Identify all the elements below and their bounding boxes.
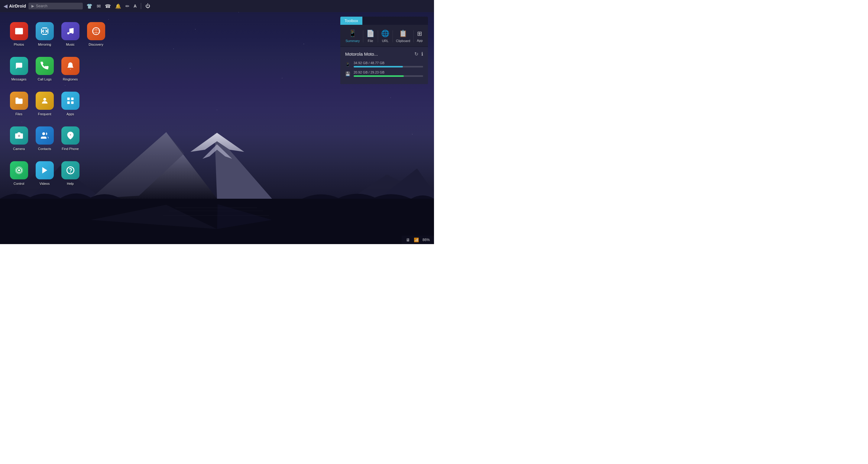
app-item-help[interactable]: Help xyxy=(57,156,83,191)
tab-app[interactable]: ⊞ App xyxy=(414,29,425,44)
app-item-mirroring[interactable]: Mirroring xyxy=(32,17,57,51)
summary-icon: 📱 xyxy=(348,30,356,37)
app-item-discovery[interactable]: Discovery xyxy=(83,17,109,51)
bell-icon[interactable]: 🔔 xyxy=(115,3,121,9)
app-item-ringtones[interactable]: Ringtones xyxy=(57,51,83,86)
back-arrow-icon[interactable]: ◀ xyxy=(4,3,7,9)
app-name: AirDroid xyxy=(9,4,26,8)
topbar-separator xyxy=(141,3,141,9)
app-item-call-logs[interactable]: Call Logs xyxy=(32,51,57,86)
tab-separator-2 xyxy=(378,30,378,42)
files-label: Files xyxy=(16,112,22,116)
monitor-icon: 🖥 xyxy=(406,237,410,242)
device-info-panel: Motorola Moto... ↻ ℹ 📱 34.92 GB / 48.77 … xyxy=(340,47,428,84)
music-label: Music xyxy=(66,42,75,46)
svg-rect-21 xyxy=(67,97,69,100)
find-phone-icon xyxy=(61,126,80,145)
videos-icon xyxy=(36,161,54,179)
app-item-empty xyxy=(83,86,109,121)
svg-rect-24 xyxy=(71,101,73,104)
toolbox-tabs: 📱 Summary 📄 File 🌐 URL 📋 Clipboard ⊞ App xyxy=(340,25,428,46)
app-logo[interactable]: ◀ AirDroid xyxy=(4,3,26,9)
svg-rect-22 xyxy=(71,97,73,100)
control-icon xyxy=(10,161,28,179)
search-input[interactable] xyxy=(36,4,78,8)
app-item-empty xyxy=(83,51,109,86)
messages-label: Messages xyxy=(11,78,26,81)
app-grid: PhotosMirroringMusicDiscoveryMessagesCal… xyxy=(6,17,109,191)
wifi-status: 📶 xyxy=(414,237,419,242)
sd-storage-icon: 💾 xyxy=(345,71,350,76)
storage-bg-1 xyxy=(353,66,423,67)
tshirt-icon[interactable]: 👕 xyxy=(87,3,92,9)
summary-label: Summary xyxy=(345,39,360,42)
storage-fill-2 xyxy=(353,75,404,77)
svg-point-16 xyxy=(17,29,19,31)
messages-icon xyxy=(10,57,28,75)
app-item-photos[interactable]: Photos xyxy=(6,17,32,51)
storage-bar-1: 34.92 GB / 48.77 GB xyxy=(353,61,423,67)
app-item-messages[interactable]: Messages xyxy=(6,51,32,86)
clipboard-label: Clipboard xyxy=(396,39,410,42)
search-bar[interactable]: ▶ xyxy=(28,3,83,9)
tab-clipboard[interactable]: 📋 Clipboard xyxy=(394,28,412,44)
monitor-status[interactable]: 🖥 xyxy=(406,237,410,242)
svg-point-25 xyxy=(18,134,20,137)
help-icon xyxy=(61,161,80,179)
mirroring-icon xyxy=(36,22,54,40)
camera-label: Camera xyxy=(13,147,25,151)
storage-bg-2 xyxy=(353,75,423,77)
app-item-frequent[interactable]: Frequent xyxy=(32,86,57,121)
app-item-contacts[interactable]: Contacts xyxy=(32,121,57,156)
app-item-control[interactable]: Control xyxy=(6,156,32,191)
font-icon[interactable]: A xyxy=(133,4,136,8)
music-icon xyxy=(61,22,80,40)
svg-marker-31 xyxy=(42,167,47,173)
battery-status: 86% xyxy=(423,238,430,242)
toolbox-header-label: Toolbox xyxy=(340,17,362,25)
storage-fill-1 xyxy=(353,66,403,67)
tab-url[interactable]: 🌐 URL xyxy=(379,28,392,44)
file-icon: 📄 xyxy=(366,30,374,37)
tab-separator-1 xyxy=(363,30,363,42)
app-item-videos[interactable]: Videos xyxy=(32,156,57,191)
ringtones-label: Ringtones xyxy=(63,78,78,81)
topbar-icons: 👕 ✉ ☎ 🔔 ✏ A ⏻ xyxy=(87,3,150,9)
mail-icon[interactable]: ✉ xyxy=(97,3,101,9)
app-item-find-phone[interactable]: Find Phone xyxy=(57,121,83,156)
frequent-icon xyxy=(36,92,54,110)
svg-point-26 xyxy=(42,132,45,135)
phone-icon[interactable]: ☎ xyxy=(105,3,111,9)
call-logs-label: Call Logs xyxy=(38,78,52,81)
toolbox-panel: Toolbox 📱 Summary 📄 File 🌐 URL 📋 Clipboa… xyxy=(340,17,428,84)
search-icon: ▶ xyxy=(31,4,34,8)
svg-point-28 xyxy=(18,169,20,171)
svg-rect-10 xyxy=(0,199,434,244)
discovery-icon xyxy=(87,22,105,40)
find-phone-label: Find Phone xyxy=(62,147,79,151)
photos-label: Photos xyxy=(13,42,24,46)
app-item-files[interactable]: Files xyxy=(6,86,32,121)
app-item-camera[interactable]: Camera xyxy=(6,121,32,156)
tab-file[interactable]: 📄 File xyxy=(364,28,377,44)
device-actions: ↻ ℹ xyxy=(414,51,423,57)
app-item-empty xyxy=(83,121,109,156)
app-item-music[interactable]: Music xyxy=(57,17,83,51)
wifi-icon: 📶 xyxy=(414,237,419,242)
device-name: Motorola Moto... xyxy=(345,51,378,57)
power-icon[interactable]: ⏻ xyxy=(145,3,150,9)
tab-separator-3 xyxy=(393,30,393,42)
ringtones-icon xyxy=(61,57,80,75)
contacts-label: Contacts xyxy=(38,147,51,151)
storage-bar-2: 20.92 GB / 29.23 GB xyxy=(353,70,423,77)
pencil-icon[interactable]: ✏ xyxy=(125,3,129,9)
storage-label-1: 34.92 GB / 48.77 GB xyxy=(353,61,423,65)
tab-summary[interactable]: 📱 Summary xyxy=(343,28,362,44)
url-label: URL xyxy=(382,39,389,42)
info-button[interactable]: ℹ xyxy=(421,51,423,57)
tab-separator-4 xyxy=(413,30,414,42)
app-item-apps[interactable]: Apps xyxy=(57,86,83,121)
file-label: File xyxy=(368,39,373,42)
refresh-button[interactable]: ↻ xyxy=(414,51,418,57)
call-logs-icon xyxy=(36,57,54,75)
